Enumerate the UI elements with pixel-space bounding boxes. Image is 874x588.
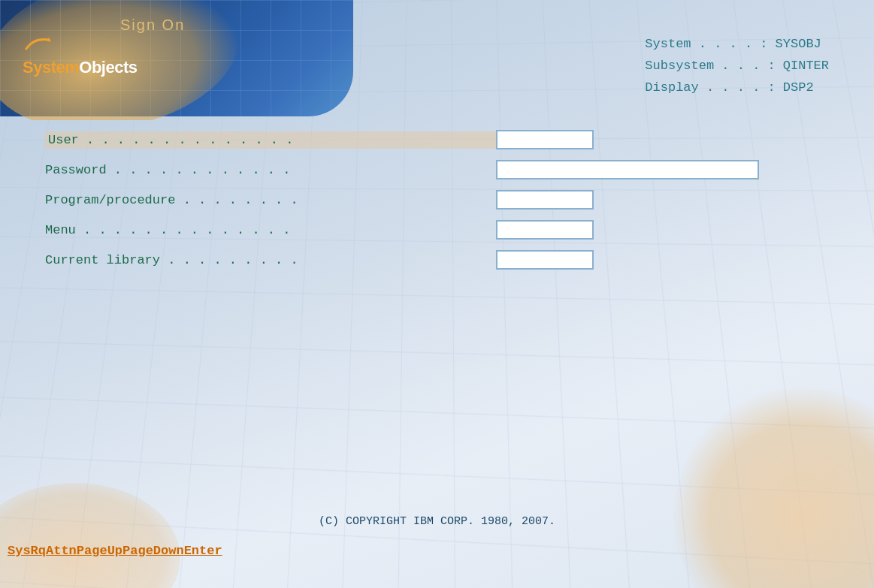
user-label: User . . . . . . . . . . . . . . [45, 131, 496, 149]
menu-input[interactable] [496, 220, 594, 240]
sysinfo-subsystem-row: Subsystem . . . : QINTER [645, 56, 829, 77]
program-input[interactable] [496, 190, 594, 210]
sysinfo-display-label: Display . . . . : [645, 77, 775, 99]
sysinfo-display-row: Display . . . . : DSP2 [645, 77, 829, 99]
library-input[interactable] [496, 250, 594, 270]
sysinfo-subsystem-value: QINTER [783, 56, 829, 77]
program-row: Program/procedure . . . . . . . . [45, 188, 797, 212]
sysinfo-system-value: SYSOBJ [776, 34, 821, 56]
password-row: Password . . . . . . . . . . . . [45, 158, 797, 182]
menu-row: Menu . . . . . . . . . . . . . . [45, 218, 797, 242]
sysinfo-subsystem-label: Subsystem . . . : [645, 56, 775, 77]
sysinfo-display-value: DSP2 [783, 77, 814, 99]
copyright-text: (C) COPYRIGHT IBM CORP. 1980, 2007. [0, 515, 874, 528]
sysinfo-system-row: System . . . . : SYSOBJ [645, 34, 829, 56]
library-row: Current library . . . . . . . . . [45, 248, 797, 272]
logo-container: SystemObjects [23, 34, 137, 77]
funckey-pagedown[interactable]: PageDown [122, 544, 184, 558]
program-label: Program/procedure . . . . . . . . [45, 193, 496, 207]
form-area: User . . . . . . . . . . . . . . Passwor… [45, 128, 797, 278]
funckey-attn[interactable]: Attn [46, 544, 77, 558]
svg-marker-0 [47, 38, 51, 42]
funckeys-bar: SysRq Attn PageUp PageDown Enter [8, 544, 222, 558]
signin-title: Sign On [120, 17, 185, 34]
sysinfo-system-label: System . . . . : [645, 34, 767, 56]
funckey-pageup[interactable]: PageUp [77, 544, 122, 558]
funckey-enter[interactable]: Enter [184, 544, 222, 558]
menu-label: Menu . . . . . . . . . . . . . . [45, 223, 496, 237]
password-label: Password . . . . . . . . . . . . [45, 163, 496, 177]
logo-text: SystemObjects [23, 58, 137, 77]
user-row: User . . . . . . . . . . . . . . [45, 128, 797, 152]
funckey-sysrq[interactable]: SysRq [8, 544, 46, 558]
user-input[interactable] [496, 130, 594, 149]
logo-icon [23, 34, 60, 56]
library-label: Current library . . . . . . . . . [45, 253, 496, 267]
sysinfo-panel: System . . . . : SYSOBJ Subsystem . . . … [645, 34, 829, 99]
password-input[interactable] [496, 160, 759, 179]
